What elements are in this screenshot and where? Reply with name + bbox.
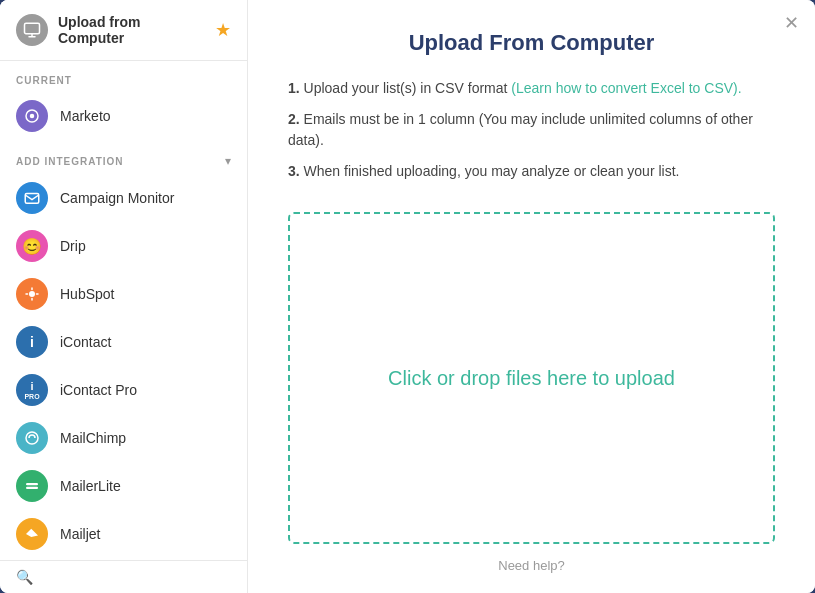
drip-label: Drip — [60, 238, 86, 254]
dropzone-text: Click or drop files here to upload — [388, 367, 675, 390]
hubspot-label: HubSpot — [60, 286, 114, 302]
search-icon: 🔍 — [16, 569, 33, 585]
mailjet-icon — [16, 518, 48, 550]
sidebar-item-hubspot[interactable]: HubSpot — [0, 270, 247, 318]
instruction-1: 1. Upload your list(s) in CSV format (Le… — [288, 78, 775, 99]
instruction-3: 3. When finished uploading, you may anal… — [288, 161, 775, 182]
campaign-monitor-label: Campaign Monitor — [60, 190, 174, 206]
marketo-label: Marketo — [60, 108, 111, 124]
svg-point-2 — [30, 114, 35, 119]
marketo-icon — [16, 100, 48, 132]
need-help-text: Need help? — [288, 558, 775, 573]
csv-help-link[interactable]: (Learn how to convert Excel to CSV). — [511, 80, 741, 96]
mailerlite-icon — [16, 470, 48, 502]
dropzone[interactable]: Click or drop files here to upload — [288, 212, 775, 544]
sidebar-item-mailerlite[interactable]: MailerLite — [0, 462, 247, 510]
instructions: 1. Upload your list(s) in CSV format (Le… — [288, 78, 775, 192]
chevron-down-icon[interactable]: ▾ — [225, 154, 231, 168]
icontact-pro-icon: i PRO — [16, 374, 48, 406]
upload-icon — [16, 14, 48, 46]
add-integration-header: ADD INTEGRATION ▾ — [0, 140, 247, 174]
svg-rect-6 — [26, 483, 38, 485]
svg-point-5 — [26, 432, 38, 444]
svg-rect-0 — [25, 23, 40, 34]
sidebar-item-icontact[interactable]: i iContact — [0, 318, 247, 366]
current-section-label: CURRENT — [0, 61, 247, 92]
icontact-pro-label: iContact Pro — [60, 382, 137, 398]
sidebar-header: Upload from Computer ★ — [0, 0, 247, 61]
icontact-label: iContact — [60, 334, 111, 350]
campaign-monitor-icon — [16, 182, 48, 214]
sidebar-list: CURRENT Marketo ADD INTEGRATION ▾ — [0, 61, 247, 560]
sidebar-item-mailchimp[interactable]: MailChimp — [0, 414, 247, 462]
sidebar-item-marketo[interactable]: Marketo — [0, 92, 247, 140]
sidebar-search: 🔍 — [0, 560, 247, 593]
svg-point-4 — [29, 291, 35, 297]
mailchimp-label: MailChimp — [60, 430, 126, 446]
sidebar-item-mailjet[interactable]: Mailjet — [0, 510, 247, 558]
main-content: ✕ Upload From Computer 1. Upload your li… — [248, 0, 815, 593]
svg-rect-7 — [26, 487, 38, 489]
mailerlite-label: MailerLite — [60, 478, 121, 494]
instruction-2: 2. Emails must be in 1 column (You may i… — [288, 109, 775, 151]
main-title: Upload From Computer — [288, 30, 775, 56]
search-input[interactable] — [41, 570, 231, 585]
svg-rect-3 — [25, 194, 39, 204]
sidebar-header-title: Upload from Computer — [58, 14, 205, 46]
star-icon: ★ — [215, 19, 231, 41]
sidebar-item-icontact-pro[interactable]: i PRO iContact Pro — [0, 366, 247, 414]
mailjet-label: Mailjet — [60, 526, 100, 542]
sidebar-item-campaign-monitor[interactable]: Campaign Monitor — [0, 174, 247, 222]
mailchimp-icon — [16, 422, 48, 454]
drip-icon: 😊 — [16, 230, 48, 262]
sidebar: Upload from Computer ★ CURRENT Marketo A… — [0, 0, 248, 593]
hubspot-icon — [16, 278, 48, 310]
icontact-icon: i — [16, 326, 48, 358]
close-button[interactable]: ✕ — [784, 14, 799, 32]
modal: Upload from Computer ★ CURRENT Marketo A… — [0, 0, 815, 593]
add-integration-label: ADD INTEGRATION — [16, 156, 124, 167]
sidebar-item-drip[interactable]: 😊 Drip — [0, 222, 247, 270]
